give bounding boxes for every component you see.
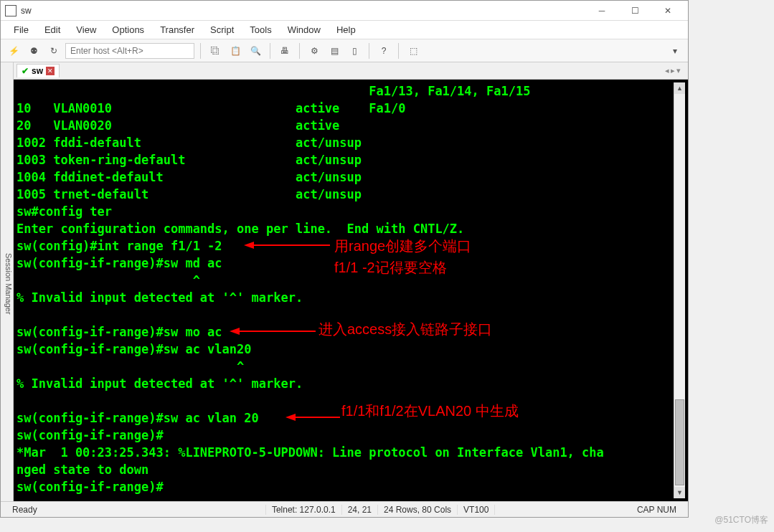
- reconnect-icon[interactable]: ↻: [45, 42, 62, 60]
- status-terminal-type: VT100: [458, 505, 495, 515]
- status-cursor-pos: 24, 21: [342, 505, 378, 515]
- app-icon: [5, 5, 16, 16]
- connect-icon[interactable]: ⚡: [5, 42, 22, 60]
- tab-next-icon[interactable]: ▸: [671, 66, 675, 75]
- app-window: sw ─ ☐ ✕ File Edit View Options Transfer…: [0, 0, 689, 518]
- tab-nav: ◂ ▸ ▾: [665, 66, 685, 75]
- tab-name: sw: [32, 66, 43, 76]
- tab-bar: ✔ sw ✕ ◂ ▸ ▾: [14, 62, 688, 80]
- tab-sw[interactable]: ✔ sw ✕: [16, 64, 60, 77]
- session-manager-label: Session Manager: [4, 253, 13, 315]
- new-tab-icon[interactable]: ▯: [346, 42, 363, 60]
- content-area: Session Manager ✔ sw ✕ ◂ ▸ ▾: [1, 62, 688, 501]
- main-panel: ✔ sw ✕ ◂ ▸ ▾ Fa1/13, Fa1/14, Fa1/15 10 V…: [14, 62, 688, 501]
- titlebar: sw ─ ☐ ✕: [1, 1, 688, 21]
- terminal[interactable]: Fa1/13, Fa1/14, Fa1/15 10 VLAN0010 activ…: [16, 82, 674, 498]
- window-title: sw: [21, 6, 586, 16]
- scroll-down-icon[interactable]: ▼: [674, 487, 685, 498]
- keyword-icon[interactable]: ⬚: [405, 42, 422, 60]
- session-manager-panel[interactable]: Session Manager: [1, 62, 14, 501]
- menu-tools[interactable]: Tools: [242, 22, 278, 37]
- menu-transfer[interactable]: Transfer: [153, 22, 202, 37]
- toolbar-separator: [200, 43, 201, 59]
- find-icon[interactable]: 🔍: [247, 42, 264, 60]
- scroll-up-icon[interactable]: ▲: [674, 82, 685, 94]
- status-ready: Ready: [6, 505, 266, 515]
- menubar: File Edit View Options Transfer Script T…: [1, 21, 688, 39]
- copy-icon[interactable]: ⿻: [207, 42, 224, 60]
- minimize-button[interactable]: ─: [586, 3, 618, 19]
- toolbar-separator: [299, 43, 300, 59]
- quick-connect-icon[interactable]: ⚉: [25, 42, 42, 60]
- menu-file[interactable]: File: [6, 22, 36, 37]
- help-icon[interactable]: ?: [375, 42, 392, 60]
- toolbar-separator: [369, 43, 369, 59]
- toolbar-separator: [398, 43, 399, 59]
- settings-icon[interactable]: ⚙: [306, 42, 323, 60]
- connected-icon: ✔: [22, 66, 29, 76]
- paste-icon[interactable]: 📋: [227, 42, 244, 60]
- status-caps: CAP NUM: [631, 505, 682, 515]
- watermark: @51CTO博客: [714, 514, 768, 526]
- menu-view[interactable]: View: [69, 22, 103, 37]
- terminal-wrapper: Fa1/13, Fa1/14, Fa1/15 10 VLAN0010 activ…: [14, 80, 688, 501]
- maximize-button[interactable]: ☐: [619, 3, 651, 19]
- scroll-track[interactable]: [674, 94, 685, 487]
- menu-window[interactable]: Window: [280, 22, 328, 37]
- host-input[interactable]: [65, 43, 194, 59]
- menu-script[interactable]: Script: [203, 22, 241, 37]
- session-options-icon[interactable]: ▤: [326, 42, 343, 60]
- status-dimensions: 24 Rows, 80 Cols: [378, 505, 458, 515]
- tab-prev-icon[interactable]: ◂: [665, 66, 669, 75]
- vertical-scrollbar[interactable]: ▲ ▼: [674, 82, 685, 498]
- tab-close-icon[interactable]: ✕: [46, 67, 55, 75]
- menu-edit[interactable]: Edit: [37, 22, 67, 37]
- scroll-thumb[interactable]: [675, 399, 684, 485]
- tab-list-icon[interactable]: ▾: [676, 66, 681, 75]
- status-connection: Telnet: 127.0.0.1: [266, 505, 342, 515]
- toolbar-separator: [270, 43, 270, 59]
- toolbar: ⚡ ⚉ ↻ ⿻ 📋 🔍 🖶 ⚙ ▤ ▯ ? ⬚ ▾: [1, 39, 688, 62]
- window-controls: ─ ☐ ✕: [586, 3, 684, 19]
- close-button[interactable]: ✕: [652, 3, 684, 19]
- menu-options[interactable]: Options: [105, 22, 151, 37]
- statusbar: Ready Telnet: 127.0.0.1 24, 21 24 Rows, …: [1, 501, 688, 517]
- menu-help[interactable]: Help: [329, 22, 363, 37]
- toolbar-overflow-icon[interactable]: ▾: [666, 42, 684, 60]
- print-icon[interactable]: 🖶: [276, 42, 293, 60]
